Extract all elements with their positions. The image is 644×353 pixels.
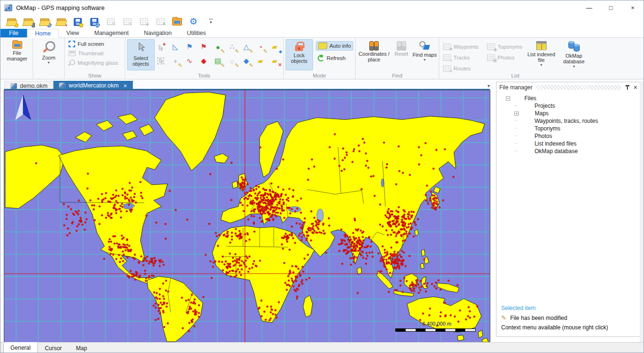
save-edits-button: ✎ bbox=[104, 16, 117, 27]
pencil-overlay-icon: ✎ bbox=[235, 62, 239, 69]
draw-points-tool[interactable]: ∴✎ bbox=[226, 40, 239, 53]
save-web-map-button[interactable] bbox=[88, 16, 100, 27]
tab-navigation[interactable]: Navigation bbox=[136, 29, 179, 37]
open-project-button[interactable] bbox=[5, 16, 17, 27]
tree-item-label: Waypoints, tracks, routes bbox=[534, 118, 598, 124]
draw-polygon-tool[interactable]: ◆✎ bbox=[240, 54, 253, 68]
edit-grid-button: ✎ bbox=[121, 16, 133, 27]
select-objects-button[interactable]: Select objects bbox=[127, 39, 155, 70]
pencil-icon: ✎ bbox=[501, 314, 506, 321]
photos-list-button: ▣ Photos bbox=[485, 53, 524, 62]
map-canvas[interactable]: 6.400.000 m bbox=[4, 90, 490, 342]
delete-measure-tool[interactable]: ▰✕ bbox=[268, 54, 281, 68]
draw-track-tool-icon: ∿ bbox=[186, 57, 192, 65]
pin-badge-icon bbox=[79, 23, 83, 27]
chevron-down-icon: ▾ bbox=[573, 64, 575, 69]
ribbon-group-file-manager: File manager bbox=[1, 38, 33, 79]
settings-gear-button[interactable] bbox=[187, 16, 200, 27]
measure-ruler-tool[interactable]: ▰◆ bbox=[268, 40, 281, 53]
tab-utilities[interactable]: Utilities bbox=[179, 29, 213, 37]
thumbnail-button: Thumbnail bbox=[67, 49, 120, 58]
tree-item-okmap-database[interactable]: ┄OkMap database bbox=[514, 147, 640, 155]
track-badge-icon: ∿ bbox=[63, 22, 68, 27]
draw-ellipse-tool[interactable]: ◌✎ bbox=[226, 54, 239, 68]
tree-item-files[interactable]: −Files bbox=[506, 95, 640, 102]
file-manager-tree: −Files┄Projects+Maps┄Waypoints, tracks, … bbox=[496, 93, 640, 301]
insert-diamond-waypoint-tool[interactable]: ◆ bbox=[197, 54, 210, 68]
maximize-button[interactable]: □ bbox=[600, 0, 622, 15]
tab-file[interactable]: File bbox=[0, 29, 27, 37]
coordinates-place-button[interactable]: Coordinates / place bbox=[357, 39, 391, 70]
overlay-icon: ✕ bbox=[278, 62, 282, 68]
open-track-file-button[interactable]: ∿ bbox=[55, 16, 67, 27]
folder-icon: ∿ bbox=[56, 18, 66, 26]
tab-home[interactable]: Home bbox=[27, 29, 59, 38]
expand-icon[interactable]: + bbox=[514, 112, 519, 116]
magnifying-glass-icon bbox=[69, 60, 75, 66]
zoom-button[interactable]: Zoom ▾ bbox=[35, 39, 62, 70]
magnifying-glass-button: Magnifying glass bbox=[67, 58, 120, 68]
status-tab-cursor[interactable]: Cursor bbox=[38, 343, 69, 353]
tree-item-projects[interactable]: ┄Projects bbox=[514, 102, 640, 110]
close-tab-icon[interactable]: × bbox=[123, 82, 127, 89]
draw-polyline-tool-icon: △ bbox=[244, 43, 249, 51]
ribbon-group-find: Coordinates / place Reset Find maps ▾ Fi… bbox=[355, 38, 439, 79]
tree-item-waypoints-tracks-routes[interactable]: ┄Waypoints, tracks, routes bbox=[514, 117, 640, 125]
tree-item-toponyms[interactable]: ┄Toponyms bbox=[514, 125, 640, 132]
pencil-badge-icon: ✎ bbox=[129, 22, 132, 26]
tab-list-dropdown[interactable]: ▾ bbox=[487, 83, 490, 88]
tree-item-list-indexed-files[interactable]: ┄List indexed files bbox=[514, 140, 640, 147]
pencil-overlay-icon: ✎ bbox=[235, 48, 239, 54]
collapse-icon[interactable]: − bbox=[506, 96, 510, 101]
status-tab-general[interactable]: General bbox=[3, 342, 38, 353]
group-label-find: Find bbox=[356, 73, 439, 78]
pencil-overlay-icon: ✎ bbox=[249, 48, 253, 54]
measure-ruler-tool-icon: ▰ bbox=[272, 43, 278, 51]
minimize-button[interactable]: — bbox=[578, 0, 600, 15]
tab-view[interactable]: View bbox=[59, 29, 87, 37]
selected-item-heading: Selected item bbox=[501, 305, 635, 311]
insert-toponym-tool[interactable]: ⚑ bbox=[197, 40, 210, 53]
panel-close-icon[interactable]: × bbox=[634, 84, 637, 91]
insert-toponym-tool-icon: ⚑ bbox=[200, 43, 207, 51]
insert-waypoint-tool[interactable]: ⚑ bbox=[183, 40, 196, 53]
auto-info-button[interactable]: Auto info bbox=[316, 41, 353, 51]
app-icon bbox=[4, 4, 12, 11]
find-maps-button[interactable]: Find maps ▾ bbox=[412, 39, 437, 70]
save-waypoints-button[interactable] bbox=[71, 16, 84, 27]
open-web-map-button[interactable] bbox=[38, 16, 51, 27]
thumbnail-icon bbox=[69, 51, 76, 56]
window-title: OkMap - GPS mapping software bbox=[16, 4, 104, 11]
insert-note-tool[interactable]: ▤✎ bbox=[211, 54, 225, 68]
chevron-down-icon: ▾ bbox=[48, 60, 50, 65]
refresh-button[interactable]: Refresh bbox=[316, 53, 353, 63]
list-indexed-file-button[interactable]: List indexed file ▾ bbox=[524, 39, 558, 70]
tree-item-photos[interactable]: ┄Photos bbox=[514, 132, 640, 140]
move-objects-tool[interactable]: ＋✎ bbox=[169, 54, 182, 68]
measure-segment-tool[interactable]: ◺ bbox=[169, 40, 182, 53]
toponyms-grid-icon: ◆ bbox=[487, 43, 495, 50]
tree-item-maps[interactable]: +Maps bbox=[514, 110, 640, 117]
full-screen-button[interactable]: Full screen bbox=[67, 39, 120, 49]
pencil-overlay-icon: ✎ bbox=[178, 62, 182, 69]
status-tab-map[interactable]: Map bbox=[69, 343, 94, 353]
tab-management[interactable]: Management bbox=[87, 29, 136, 37]
tree-item-label: Files bbox=[524, 95, 536, 102]
ruler-tool[interactable]: ▰ bbox=[254, 54, 267, 68]
draw-track-tool[interactable]: ∿ bbox=[183, 54, 196, 68]
qat-overflow-button[interactable]: ▾ bbox=[207, 19, 215, 25]
open-local-file-button[interactable] bbox=[22, 16, 34, 27]
routes-grid-icon: ✕ bbox=[443, 65, 451, 72]
measure-angle-tool[interactable]: ◔✎ bbox=[254, 40, 267, 53]
file-manager-home-button[interactable] bbox=[171, 16, 183, 27]
close-button[interactable]: × bbox=[622, 0, 644, 15]
rect-selection-cursor-button[interactable] bbox=[156, 55, 166, 67]
file-manager-button[interactable]: File manager bbox=[3, 39, 31, 70]
world-map[interactable] bbox=[4, 90, 490, 342]
draw-circle-tool[interactable]: ●✎ bbox=[211, 40, 225, 53]
add-selection-cursor-button[interactable]: + bbox=[156, 42, 166, 53]
lock-objects-button[interactable]: Lock objects bbox=[286, 39, 313, 70]
okmap-database-button[interactable]: OkMap database ▾ bbox=[558, 39, 590, 70]
draw-polyline-tool[interactable]: △✎ bbox=[240, 40, 253, 53]
pin-icon[interactable] bbox=[624, 84, 631, 91]
